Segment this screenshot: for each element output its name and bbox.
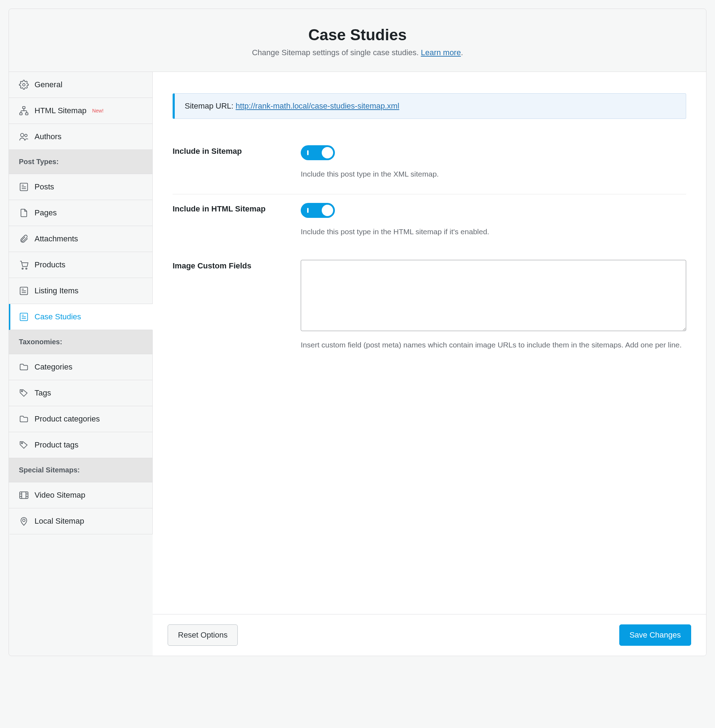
field-label: Image Custom Fields	[173, 260, 294, 350]
sidebar-item-label: Categories	[35, 362, 72, 372]
sidebar-item-label: HTML Sitemap	[35, 106, 86, 115]
field-label: Include in HTML Sitemap	[173, 203, 294, 237]
field-control: Insert custom field (post meta) names wh…	[301, 260, 686, 350]
cart-icon	[19, 260, 29, 270]
gear-icon	[19, 80, 29, 90]
reset-options-button[interactable]: Reset Options	[167, 624, 238, 646]
sidebar-item-label: Posts	[35, 182, 54, 192]
sidebar-heading-post-types: Post Types:	[9, 150, 152, 174]
sidebar-item-general[interactable]: General	[9, 72, 152, 98]
field-help: Include this post type in the XML sitema…	[301, 168, 686, 180]
field-image-custom-fields: Image Custom Fields Insert custom field …	[173, 251, 686, 365]
video-icon	[19, 490, 29, 500]
sidebar-item-posts[interactable]: Posts	[9, 174, 152, 200]
field-include-html-sitemap: Include in HTML Sitemap Include this pos…	[173, 194, 686, 252]
page-title: Case Studies	[17, 26, 698, 44]
sitemap-url-notice: Sitemap URL: http://rank-math.local/case…	[173, 93, 686, 119]
sidebar-item-label: Product categories	[35, 414, 100, 424]
sidebar-item-label: Local Sitemap	[35, 517, 84, 526]
page-icon	[19, 208, 29, 218]
layout: General HTML Sitemap New! Authors Post T…	[9, 72, 706, 656]
sidebar-item-label: Video Sitemap	[35, 491, 85, 500]
sidebar-heading-taxonomies: Taxonomies:	[9, 330, 152, 354]
sidebar-item-label: Tags	[35, 388, 51, 398]
post-icon	[19, 182, 29, 192]
new-badge: New!	[92, 108, 104, 113]
sidebar-item-products[interactable]: Products	[9, 252, 152, 278]
sidebar-item-label: Listing Items	[35, 286, 78, 296]
field-label: Include in Sitemap	[173, 145, 294, 180]
folder-icon	[19, 362, 29, 372]
sidebar-item-listing-items[interactable]: Listing Items	[9, 278, 152, 304]
post-icon	[19, 312, 29, 322]
sidebar-item-attachments[interactable]: Attachments	[9, 226, 152, 252]
sitemap-icon	[19, 106, 29, 116]
image-custom-fields-input[interactable]	[301, 260, 686, 331]
learn-more-link[interactable]: Learn more	[421, 48, 461, 57]
sidebar-heading-special: Special Sitemaps:	[9, 458, 152, 482]
settings-panel: Case Studies Change Sitemap settings of …	[9, 9, 706, 656]
sidebar-item-pages[interactable]: Pages	[9, 200, 152, 226]
users-icon	[19, 132, 29, 142]
sidebar-item-product-categories[interactable]: Product categories	[9, 406, 152, 432]
include-html-sitemap-toggle[interactable]	[301, 203, 335, 218]
include-sitemap-toggle[interactable]	[301, 145, 335, 160]
folder-icon	[19, 414, 29, 424]
footer-actions: Reset Options Save Changes	[153, 614, 706, 656]
sidebar-item-label: Case Studies	[35, 312, 81, 322]
sidebar-item-label: Products	[35, 260, 65, 269]
field-control: Include this post type in the HTML sitem…	[301, 203, 686, 237]
field-help: Insert custom field (post meta) names wh…	[301, 339, 686, 350]
save-changes-button[interactable]: Save Changes	[619, 624, 691, 646]
sidebar-item-label: Authors	[35, 132, 62, 141]
tag-icon	[19, 440, 29, 450]
sidebar-item-video-sitemap[interactable]: Video Sitemap	[9, 482, 152, 508]
pin-icon	[19, 516, 29, 526]
sidebar-item-product-tags[interactable]: Product tags	[9, 432, 152, 458]
field-include-sitemap: Include in Sitemap Include this post typ…	[173, 137, 686, 194]
sitemap-url-link[interactable]: http://rank-math.local/case-studies-site…	[235, 101, 399, 110]
sidebar-item-authors[interactable]: Authors	[9, 124, 152, 150]
page-header: Case Studies Change Sitemap settings of …	[9, 9, 706, 72]
sidebar-item-case-studies[interactable]: Case Studies	[9, 304, 153, 330]
sidebar: General HTML Sitemap New! Authors Post T…	[9, 72, 153, 534]
sidebar-item-label: Product tags	[35, 440, 78, 450]
sidebar-item-tags[interactable]: Tags	[9, 380, 152, 406]
main-content: Sitemap URL: http://rank-math.local/case…	[153, 72, 706, 656]
tag-icon	[19, 388, 29, 398]
field-control: Include this post type in the XML sitema…	[301, 145, 686, 180]
page-subtitle: Change Sitemap settings of single case s…	[17, 48, 698, 57]
field-help: Include this post type in the HTML sitem…	[301, 226, 686, 237]
sidebar-item-categories[interactable]: Categories	[9, 354, 152, 380]
paperclip-icon	[19, 234, 29, 244]
sidebar-item-html-sitemap[interactable]: HTML Sitemap New!	[9, 98, 152, 124]
sidebar-item-label: General	[35, 80, 62, 89]
sidebar-item-label: Pages	[35, 208, 57, 217]
sidebar-item-local-sitemap[interactable]: Local Sitemap	[9, 508, 152, 534]
content-area: Sitemap URL: http://rank-math.local/case…	[153, 72, 706, 614]
post-icon	[19, 286, 29, 296]
sidebar-item-label: Attachments	[35, 234, 78, 243]
